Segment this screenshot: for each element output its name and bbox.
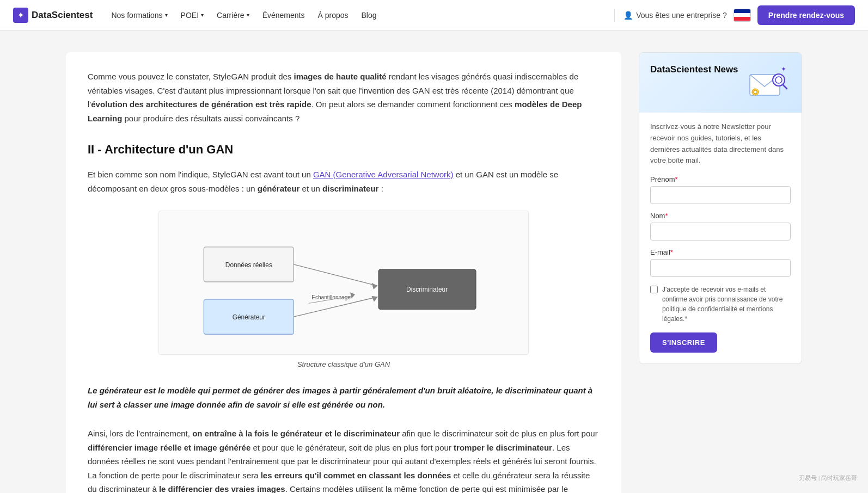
bold-discriminateur: discriminateur [322,184,378,193]
section-intro: Et bien comme son nom l'indique, StyleGA… [88,168,600,195]
enterprise-link[interactable]: 👤 Vous êtes une entreprise ? [624,11,727,20]
diagram-container: Données réelles Générateur Discriminateu… [88,211,600,368]
svg-text:Données réelles: Données réelles [225,261,272,269]
bp1-bold3: tromper le discriminateur [454,443,552,452]
logo-text: DataScientest [32,10,93,21]
svg-line-6 [294,264,377,286]
nom-input[interactable] [650,223,791,241]
nom-label: Nom* [650,212,791,220]
intro-text-end: pour produire des résultats aussi convai… [122,114,299,123]
intro-text-mid2: . On peut alors se demander comment fonc… [311,100,515,109]
cta-button[interactable]: Prendre rendez-vous [757,5,855,25]
chevron-down-icon: ▾ [201,12,204,18]
prenom-field-group: Prénom* [650,175,791,204]
section-intro-and: et un [299,184,322,193]
section-intro-start: Et bien comme son nom l'indique, StyleGA… [88,170,313,179]
bp1-bold4: les erreurs qu'il commet en classant les… [261,471,451,480]
newsletter-title: DataScientest News [650,64,738,76]
gan-link[interactable]: GAN (Generative Adversarial Network) [313,170,454,179]
nav-right: 👤 Vous êtes une entreprise ? Prendre ren… [624,5,855,25]
svg-marker-9 [371,296,377,302]
svg-text:Générateur: Générateur [233,313,265,321]
enterprise-icon: 👤 [624,11,633,20]
diagram-caption: Structure classique d'un GAN [297,360,390,368]
nav-items: Nos formations ▾ POEI ▾ Carrière ▾ Événe… [106,8,606,23]
nav-item-poei[interactable]: POEI ▾ [175,8,209,23]
chevron-down-icon: ▾ [247,12,249,18]
email-field-group: E-mail* [650,248,791,277]
intro-bold1: images de haute qualité [294,72,387,81]
intro-paragraph: Comme vous pouvez le constater, StyleGAN… [88,70,600,125]
svg-text:✦: ✦ [781,65,786,73]
section-heading: II - Architecture d'un GAN [88,143,600,157]
svg-marker-11 [350,292,355,298]
main-content: Comme vous pouvez le constater, StyleGAN… [66,52,621,493]
language-flag-fr[interactable] [733,9,751,22]
section-intro-end: : [378,184,383,193]
svg-marker-7 [371,283,377,289]
body-paragraph-1: Ainsi, lors de l'entrainement, on entraî… [88,427,600,493]
newsletter-description: Inscrivez-vous à notre Newsletter pour r… [650,121,791,167]
intro-bold2: évolution des architectures de génératio… [91,100,311,109]
nav-item-apropos[interactable]: À propos [312,8,353,23]
newsletter-card: DataScientest News ✦ [639,52,802,364]
diagram-svg: Données réelles Générateur Discriminateu… [158,211,529,355]
svg-line-16 [783,84,787,89]
nav-item-evenements[interactable]: Événements [257,8,310,23]
svg-text:Discriminateur: Discriminateur [406,286,448,293]
newsletter-header-text: DataScientest News [650,64,738,76]
bp1-bold5: le différencier des vraies images [159,484,285,493]
nom-field-group: Nom* [650,212,791,241]
checkbox-row: J'accepte de recevoir vos e-mails et con… [650,285,791,324]
newsletter-icon: ✦ [747,64,791,102]
prenom-input[interactable] [650,186,791,204]
subscribe-button[interactable]: S'INSCRIRE [650,332,717,353]
bp1-bold1: on entraîne à la fois le générateur et l… [192,429,400,438]
svg-point-18 [754,90,757,94]
navbar: ✦ DataScientest Nos formations ▾ POEI ▾ … [0,0,868,30]
nav-item-formations[interactable]: Nos formations ▾ [106,8,173,23]
newsletter-card-body: Inscrivez-vous à notre Newsletter pour r… [639,113,802,363]
intro-text-start: Comme vous pouvez le constater, StyleGAN… [88,72,294,81]
svg-point-15 [775,77,782,83]
email-input[interactable] [650,259,791,277]
logo[interactable]: ✦ DataScientest [13,8,93,23]
chevron-down-icon: ▾ [165,12,168,18]
prenom-label: Prénom* [650,175,791,183]
watermark: 刃易号 | 尚时玩家岳哥 [799,474,857,482]
email-label: E-mail* [650,248,791,256]
nav-divider [614,9,615,22]
nav-item-carriere[interactable]: Carrière ▾ [211,8,255,23]
logo-icon: ✦ [13,8,28,23]
consent-checkbox[interactable] [650,286,658,293]
newsletter-card-header: DataScientest News ✦ [639,53,802,113]
page-wrapper: Comme vous pouvez le constater, StyleGAN… [53,30,815,493]
bold-generateur: générateur [258,184,300,193]
sidebar: DataScientest News ✦ [639,52,802,493]
blockquote: Le générateur est le modèle qui permet d… [88,384,600,411]
bp1-bold2: différencier image réelle et image génér… [88,443,250,452]
consent-label: J'accepte de recevoir vos e-mails et con… [662,285,791,324]
nav-item-blog[interactable]: Blog [356,8,382,23]
